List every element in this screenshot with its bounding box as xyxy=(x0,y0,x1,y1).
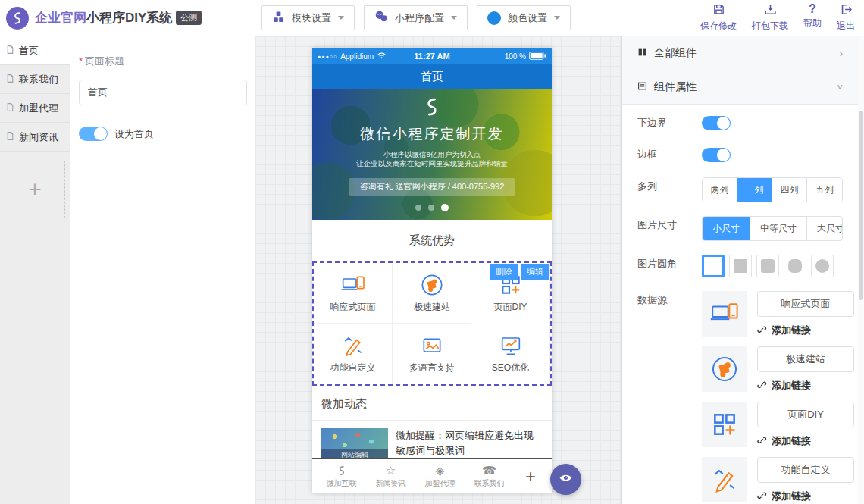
phone-preview: ●●●○○ Applidium 11:27 AM 100 % 首页 微信小程序定… xyxy=(312,48,552,493)
module-settings-label: 模块设置 xyxy=(292,11,331,25)
panel-scrollbar[interactable] xyxy=(858,36,864,504)
banner-logo-icon xyxy=(312,95,552,121)
page-title-input[interactable] xyxy=(79,80,247,105)
border-row: 边框 xyxy=(637,146,843,164)
delete-badge-button[interactable]: 删除 xyxy=(490,264,518,280)
feature-grid-selected[interactable]: 删除 编辑 响应式页面 极速建站 页面DIY 功能自定义 xyxy=(312,261,552,386)
add-link-button[interactable]: 添加链接 xyxy=(757,324,854,337)
exit-button[interactable]: 退出 xyxy=(837,3,855,33)
border-toggle[interactable] xyxy=(702,148,731,162)
radius-option-circle[interactable] xyxy=(811,255,834,277)
image-size-large[interactable]: 大尺寸 xyxy=(807,217,843,240)
columns-option-2[interactable]: 两列 xyxy=(703,178,737,202)
radius-option-rounded-sm[interactable] xyxy=(756,255,779,277)
add-link-label: 添加链接 xyxy=(772,434,811,448)
columns-segment: 两列 三列 四列 五列 xyxy=(702,177,843,202)
sidebar-item-label: 联系我们 xyxy=(19,73,58,86)
columns-option-4[interactable]: 四列 xyxy=(772,178,807,202)
weijia-logo-icon xyxy=(336,465,348,477)
all-components-header[interactable]: 全部组件 › xyxy=(622,36,858,70)
image-size-segment: 小尺寸 中等尺寸 大尺寸 xyxy=(702,216,843,241)
datasource-title-input[interactable] xyxy=(757,402,854,427)
banner-cta-pill: 咨询有礼 送官网小程序 / 400-0755-992 xyxy=(349,178,516,196)
grid-icon xyxy=(637,47,647,59)
preview-eye-button[interactable] xyxy=(550,464,581,495)
module-settings-button[interactable]: 模块设置 xyxy=(261,5,355,30)
image-size-small-selected[interactable]: 小尺寸 xyxy=(703,217,750,240)
component-props-label: 组件属性 xyxy=(654,80,697,94)
radius-option-square[interactable] xyxy=(729,255,752,277)
page-icon xyxy=(5,131,15,143)
columns-option-5[interactable]: 五列 xyxy=(807,178,842,202)
add-page-button[interactable]: + xyxy=(5,161,65,218)
monitor-chart-icon xyxy=(499,333,523,358)
feature-cell-custom[interactable]: 功能自定义 xyxy=(314,324,393,384)
image-radius-row: 图片圆角 xyxy=(637,255,843,277)
app-title-brand: 企业官网 xyxy=(35,11,86,25)
banner-subtitle-line1: 小程序以微信8亿用户为切入点 xyxy=(312,150,552,159)
sidebar-item-agent[interactable]: 加盟代理 xyxy=(0,94,70,123)
feature-cell-seo[interactable]: SEO优化 xyxy=(471,324,550,384)
feature-cell-multilang[interactable]: 多语言支持 xyxy=(393,324,471,384)
download-button[interactable]: 打包下载 xyxy=(752,3,788,33)
image-size-medium[interactable]: 中等尺寸 xyxy=(750,217,807,240)
datasource-title-input[interactable] xyxy=(757,457,854,483)
add-link-label: 添加链接 xyxy=(772,324,811,337)
datasource-title-input[interactable] xyxy=(757,291,854,317)
sidebar-item-contact[interactable]: 联系我们 xyxy=(0,65,70,94)
datasource-icon-box xyxy=(702,402,747,447)
save-button[interactable]: 保存修改 xyxy=(700,3,737,33)
tab-news[interactable]: ☆ 新闻资讯 xyxy=(366,465,415,489)
columns-option-3-selected[interactable]: 三列 xyxy=(737,178,772,202)
carousel-dot[interactable] xyxy=(428,205,434,211)
chevron-down-icon: ˅ xyxy=(837,82,843,93)
page-list-sidebar: 首页 联系我们 加盟代理 新闻资讯 + xyxy=(0,36,70,504)
add-link-button[interactable]: 添加链接 xyxy=(757,434,854,448)
news-thumbnail: 网站编辑 xyxy=(321,428,388,462)
help-button[interactable]: ? 帮助 xyxy=(803,3,822,33)
app-title-rest: 小程序DIY系统 xyxy=(86,11,172,25)
phone-nav-bar: 首页 xyxy=(312,64,552,89)
pencil-icon xyxy=(710,465,739,494)
tab-agent[interactable]: ◈ 加盟代理 xyxy=(415,465,465,489)
sidebar-item-label: 首页 xyxy=(19,44,39,58)
datasource-item-responsive: 添加链接 xyxy=(702,291,854,337)
top-bar: 企业官网小程序DIY系统公测 模块设置 小程序配置 颜色设置 保存修改 xyxy=(0,0,864,36)
phone-icon: ☎ xyxy=(482,465,496,477)
miniprogram-config-button[interactable]: 小程序配置 xyxy=(364,5,468,30)
feature-cell-fastbuild[interactable]: 极速建站 xyxy=(393,263,471,324)
link-icon xyxy=(757,380,767,392)
add-link-button[interactable]: 添加链接 xyxy=(757,490,854,503)
scrollbar-thumb[interactable] xyxy=(859,111,863,300)
news-list-item[interactable]: 网站编辑 微加提醒：网页编辑应避免出现敏感词与极限词 xyxy=(312,421,552,462)
color-settings-button[interactable]: 颜色设置 xyxy=(477,5,571,30)
brand: 企业官网小程序DIY系统公测 xyxy=(0,7,261,30)
radius-option-rounded-lg[interactable] xyxy=(784,255,806,277)
feature-label: 功能自定义 xyxy=(330,362,376,374)
radius-option-square-selected[interactable] xyxy=(702,255,725,277)
page-icon xyxy=(5,102,15,114)
datasource-title-input[interactable] xyxy=(757,346,854,372)
sidebar-item-home[interactable]: 首页 xyxy=(0,36,70,65)
advantage-section-title: 系统优势 xyxy=(312,220,552,261)
list-icon xyxy=(637,81,647,93)
feature-cell-responsive[interactable]: 响应式页面 xyxy=(314,263,393,324)
carousel-dot-active[interactable] xyxy=(441,204,449,211)
set-home-toggle[interactable] xyxy=(79,127,108,141)
responsive-page-icon xyxy=(710,299,739,328)
sidebar-item-label: 新闻资讯 xyxy=(19,130,58,144)
edit-badge-button[interactable]: 编辑 xyxy=(521,264,549,280)
chevron-down-icon xyxy=(554,16,560,20)
add-link-button[interactable]: 添加链接 xyxy=(757,379,854,393)
sidebar-item-news[interactable]: 新闻资讯 xyxy=(0,123,70,152)
tab-weijia[interactable]: 微加互联 xyxy=(317,465,366,489)
tab-contact[interactable]: ☎ 联系我们 xyxy=(465,465,514,489)
inspector-body: 下边界 边框 多列 两列 三列 四列 五列 图片尺寸 小尺寸 xyxy=(622,105,858,504)
chevron-right-icon: › xyxy=(840,48,843,59)
banner-carousel[interactable]: 微信小程序定制开发 小程序以微信8亿用户为切入点 让企业以及商家在短时间里实现提… xyxy=(312,89,552,220)
carousel-dot[interactable] xyxy=(415,205,421,211)
link-icon xyxy=(757,490,767,502)
tab-add-button[interactable]: + xyxy=(514,466,547,487)
component-props-header[interactable]: 组件属性 ˅ xyxy=(622,70,858,105)
bottom-border-toggle[interactable] xyxy=(702,116,731,130)
